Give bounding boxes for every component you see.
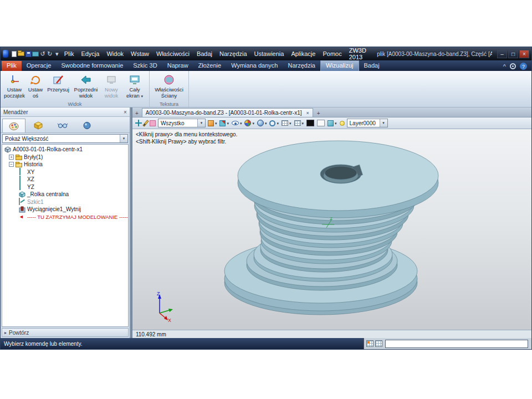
menu-wlasciwosci[interactable]: Właściwości: [153, 48, 193, 60]
ribbon-tab-operacje[interactable]: Operacje: [22, 61, 57, 71]
move-view-icon[interactable]: +: [134, 110, 140, 117]
ribbon-tab-narzedzia[interactable]: Narzędzia: [283, 61, 320, 71]
menu-edycja[interactable]: Edycja: [78, 48, 103, 60]
pulley-3d-model[interactable]: Z: [132, 129, 531, 330]
ribbon-tools: ^ ?: [500, 63, 530, 71]
tab-assembly-manager[interactable]: [27, 119, 50, 132]
ribbon-tab-wymiana-danych[interactable]: Wymiana danych: [226, 61, 283, 71]
tree-item-rolka-centralna[interactable]: _Rolka centralna: [2, 191, 128, 198]
background-color-swatch[interactable]: [306, 119, 315, 128]
tree-item-history[interactable]: − Historia: [2, 161, 128, 168]
pick-scope-icon[interactable]: ▾: [207, 119, 218, 128]
ribbon-tab-plik[interactable]: Plik: [2, 61, 22, 71]
chevron-down-icon[interactable]: ▾: [197, 119, 205, 127]
3d-viewport[interactable]: Z <Kliknij prawy> dla menu kontekstowego…: [132, 129, 531, 330]
set-axis-button[interactable]: Ustaw oś: [26, 73, 45, 100]
monitor-icon[interactable]: [32, 50, 39, 58]
pick-filter-icon[interactable]: [135, 119, 142, 128]
ribbon-collapse-icon[interactable]: ^: [503, 63, 506, 70]
repeat-section[interactable]: ▸ Powtórz: [2, 328, 129, 337]
tab-render-manager[interactable]: [75, 119, 99, 132]
view-cube-icon[interactable]: ▾: [327, 119, 337, 128]
face-properties-button[interactable]: Właściwości Ściany: [152, 73, 186, 100]
tree-item-stop-marker[interactable]: ◄ ----- TU ZATRZYMAJ MODELOWANIE -----: [2, 213, 128, 221]
document-tab-close-icon[interactable]: ×: [306, 110, 309, 116]
ribbon-group-widok: Ustaw początek Ustaw oś Przerysuj Poprze…: [1, 71, 150, 107]
previous-view-button[interactable]: Poprzedni widok: [71, 73, 100, 100]
tab-view-manager[interactable]: [51, 119, 74, 132]
ribbon-tab-badaj[interactable]: Badaj: [359, 61, 385, 71]
maximize-button[interactable]: □: [508, 50, 518, 58]
tree-item-label: Wyciągnięcie1_Wytnij: [27, 206, 81, 212]
origin-icon: [8, 74, 21, 86]
tree-item-plane-yz[interactable]: YZ: [2, 183, 128, 191]
menu-plik[interactable]: Plik: [61, 48, 78, 60]
tree-filter-combo[interactable]: Pokaż Większość ▾: [2, 134, 128, 143]
close-button[interactable]: ×: [519, 50, 529, 58]
command-input[interactable]: [385, 340, 528, 348]
document-tab[interactable]: A0003-00-Maszyna-do-band.Z3 - [A0003-01-…: [142, 108, 313, 117]
erase-highlight-icon[interactable]: [149, 119, 156, 128]
snap-grid-icon[interactable]: ▾: [294, 119, 305, 128]
open-file-icon[interactable]: [18, 50, 24, 58]
full-screen-button[interactable]: Cały ekran ▾: [122, 73, 147, 100]
new-document-tab-icon[interactable]: +: [315, 110, 322, 117]
menu-widok[interactable]: Widok: [103, 48, 127, 60]
tree-item-root-part[interactable]: A0003-01-01-Rolka-centr-x1: [2, 146, 128, 154]
tree-item-label: Historia: [24, 161, 43, 167]
collapse-minus-icon[interactable]: −: [9, 162, 14, 167]
foreground-color-swatch[interactable]: [316, 119, 325, 128]
ribbon-tab-wizualizuj[interactable]: Wizualizuj: [320, 60, 359, 71]
tree-item-plane-xy[interactable]: XY: [2, 168, 128, 176]
entity-filter-combo[interactable]: Wszystko ▾: [158, 119, 206, 127]
qat-dropdown-icon[interactable]: ▾: [54, 50, 60, 58]
redraw-button[interactable]: Przerysuj: [45, 73, 71, 94]
save-icon[interactable]: [25, 50, 32, 58]
help-icon[interactable]: ?: [520, 63, 527, 70]
sketch-edit-icon[interactable]: [144, 119, 147, 128]
minimize-button[interactable]: –: [497, 50, 507, 58]
chevron-down-icon[interactable]: ▾: [380, 119, 387, 127]
shade-mode-icon[interactable]: ▾: [257, 119, 268, 128]
layer-bulb-icon[interactable]: [339, 119, 345, 128]
gear-search-icon[interactable]: [510, 63, 516, 69]
layer-combo[interactable]: Layer0000 ▾: [347, 119, 388, 127]
datum-axis-label: Z: [330, 216, 332, 221]
page-icon: [12, 51, 17, 57]
chevron-down-icon[interactable]: ▾: [120, 135, 127, 142]
tree-item-solids[interactable]: + Bryły(1): [2, 154, 128, 161]
list-view-icon[interactable]: [375, 340, 382, 347]
title-bar: ↺ ↻ ▾ Plik Edycja Widok Wstaw Właściwośc…: [1, 47, 531, 60]
menu-badaj[interactable]: Badaj: [193, 48, 216, 60]
ribbon-button-label: Przerysuj: [47, 87, 69, 93]
open-folder-icon: [16, 163, 22, 167]
table-view-icon[interactable]: [366, 340, 374, 347]
tree-item-szkic1[interactable]: Szkic1: [2, 198, 128, 206]
tree-item-plane-xz[interactable]: XZ: [2, 176, 128, 183]
ribbon-tab-swobodne-formowanie[interactable]: Swobodne formowanie: [56, 61, 128, 71]
expand-plus-icon[interactable]: +: [9, 155, 14, 160]
undo-icon[interactable]: ↺: [39, 50, 46, 58]
ribbon-tab-zlozenie[interactable]: Złożenie: [193, 61, 227, 71]
render-mode-icon[interactable]: ▾: [244, 119, 255, 128]
tab-visual-manager[interactable]: [2, 119, 25, 132]
status-bar-tools: [364, 338, 531, 349]
menu-pomoc[interactable]: Pomoc: [319, 48, 345, 60]
new-view-button[interactable]: Nowy widok: [100, 73, 122, 100]
grid-display-icon[interactable]: ▾: [281, 119, 292, 128]
menu-aplikacje[interactable]: Aplikacje: [288, 48, 319, 60]
menu-narzedzia[interactable]: Narzędzia: [216, 48, 250, 60]
ribbon-tab-napraw[interactable]: Napraw: [162, 61, 193, 71]
tree-item-wyciagniecie[interactable]: Wyciągnięcie1_Wytnij: [2, 206, 128, 213]
new-file-icon[interactable]: [11, 50, 17, 58]
selection-set-icon[interactable]: ▾: [219, 119, 229, 128]
panel-close-icon[interactable]: ×: [124, 109, 127, 115]
inquire-icon[interactable]: ▾: [231, 119, 243, 128]
set-origin-button[interactable]: Ustaw początek: [3, 73, 26, 100]
viewport-toolbar: Wszystko ▾ ▾ ▾ ▾ ▾ ▾ ▾ ▾ ▾ ▾ La: [132, 117, 531, 129]
menu-wstaw[interactable]: Wstaw: [127, 48, 152, 60]
menu-ustawienia[interactable]: Ustawienia: [251, 48, 288, 60]
redo-icon[interactable]: ↻: [47, 50, 53, 58]
wireframe-mode-icon[interactable]: ▾: [269, 119, 279, 128]
ribbon-tab-szkic-3d[interactable]: Szkic 3D: [128, 61, 162, 71]
